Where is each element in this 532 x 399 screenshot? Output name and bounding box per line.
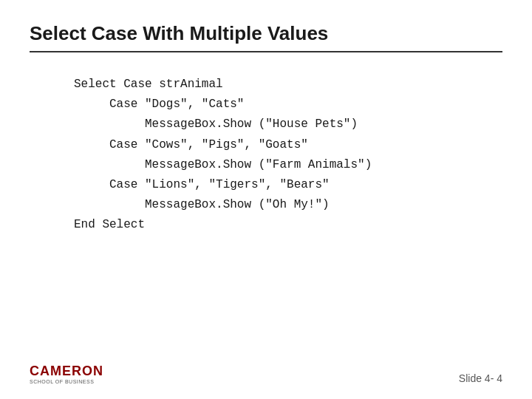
cameron-logo: CAMERON SCHOOL OF BUSINESS <box>30 364 103 384</box>
title-divider <box>30 51 502 52</box>
code-line-2: Case "Dogs", "Cats" <box>74 95 502 115</box>
code-line-5: MessageBox.Show ("Farm Animals") <box>74 155 502 175</box>
cameron-logo-sub: SCHOOL OF BUSINESS <box>30 379 103 384</box>
code-line-6: Case "Lions", "Tigers", "Bears" <box>74 175 502 195</box>
code-line-4: Case "Cows", "Pigs", "Goats" <box>74 135 502 155</box>
slide-title: Select Case With Multiple Values <box>30 22 502 45</box>
footer: CAMERON SCHOOL OF BUSINESS Slide 4- 4 <box>30 364 502 384</box>
code-line-1: Select Case strAnimal <box>74 75 502 95</box>
code-line-3: MessageBox.Show ("House Pets") <box>74 115 502 134</box>
slide-container: Select Case With Multiple Values Select … <box>0 0 532 399</box>
code-line-7: MessageBox.Show ("Oh My!") <box>74 195 502 215</box>
cameron-logo-text: CAMERON <box>30 364 103 379</box>
slide-number: Slide 4- 4 <box>459 372 502 384</box>
code-line-8: End Select <box>74 215 502 235</box>
code-block: Select Case strAnimal Case "Dogs", "Cats… <box>30 75 502 236</box>
